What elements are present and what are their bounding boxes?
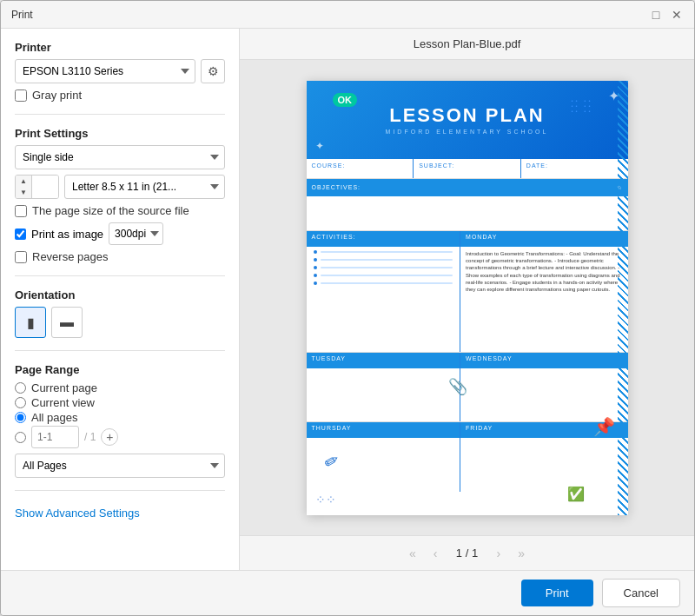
preview-area: OK LESSON PLAN MIDFORD ELEMENTARY SCHOOL… <box>240 60 694 535</box>
reverse-pages-row: Reverse pages <box>15 250 225 263</box>
portrait-icon: ▮ <box>27 315 35 331</box>
dialog-title: Print <box>11 9 33 21</box>
current-page-row: Current page <box>15 381 225 394</box>
objectives-label: OBJECTIVES: <box>312 184 361 190</box>
content-area: Printer EPSON L3110 Series ⚙ Gray print <box>1 29 694 570</box>
date-cell: DATE: <box>521 159 628 178</box>
dpi-select[interactable]: 300dpi <box>109 222 163 245</box>
printer-section: Printer EPSON L3110 Series ⚙ Gray print <box>15 41 225 102</box>
advanced-settings-link[interactable]: Show Advanced Settings <box>15 507 225 520</box>
print-settings-label: Print Settings <box>15 127 225 140</box>
title-bar: Print □ ✕ <box>1 1 694 29</box>
all-pages-row: All pages <box>15 411 225 424</box>
copies-up-button[interactable]: ▲ <box>16 176 31 187</box>
current-view-radio[interactable] <box>15 397 26 408</box>
print-as-image-checkbox[interactable] <box>15 229 26 240</box>
sides-select[interactable]: Single side <box>15 145 225 169</box>
print-settings-section: Print Settings Single side ▲ ▼ 1 Letter … <box>15 127 225 263</box>
clip-icon: 📎 <box>448 377 467 396</box>
custom-radio[interactable] <box>15 432 26 443</box>
custom-row: / 1 + <box>15 426 225 448</box>
subject-cell: SUBJECT: <box>414 159 521 178</box>
meta-row: COURSE: SUBJECT: DATE: <box>307 159 628 179</box>
activity-item-3 <box>314 266 453 269</box>
current-page-radio[interactable] <box>15 382 26 394</box>
printer-select[interactable]: EPSON L3110 Series <box>15 59 195 83</box>
subset-select[interactable]: All Pages <box>15 454 225 478</box>
custom-of-label: / 1 <box>84 431 96 443</box>
tuesday-col: TUESDAY <box>307 353 461 421</box>
orientation-buttons: ▮ ▬ <box>15 307 225 338</box>
prev-page-button[interactable]: ‹ <box>428 543 443 564</box>
objectives-content <box>307 196 628 231</box>
header-inner: LESSON PLAN MIDFORD ELEMENTARY SCHOOL <box>386 104 549 135</box>
minimize-button[interactable]: □ <box>649 8 663 22</box>
tuesday-header: TUESDAY <box>307 353 460 368</box>
page-range-label: Page Range <box>15 363 225 376</box>
gray-print-checkbox[interactable] <box>15 89 27 102</box>
copies-down-button[interactable]: ▼ <box>16 187 31 198</box>
activity-item-4 <box>314 274 453 277</box>
print-as-image-row: Print as image 300dpi <box>15 222 225 245</box>
custom-input[interactable] <box>31 426 79 448</box>
left-panel: Printer EPSON L3110 Series ⚙ Gray print <box>1 29 240 570</box>
landscape-button[interactable]: ▬ <box>51 307 83 338</box>
monday-header: MONDAY <box>460 231 627 247</box>
preview-document: OK LESSON PLAN MIDFORD ELEMENTARY SCHOOL… <box>307 81 628 515</box>
current-page-label: Current page <box>31 381 97 394</box>
preview-filename: Lesson Plan-Blue.pdf <box>414 37 521 50</box>
activity-item-2 <box>314 258 453 262</box>
stripe-decor <box>618 81 628 515</box>
current-view-label: Current view <box>31 396 95 409</box>
print-button[interactable]: Print <box>521 580 593 606</box>
page-range-section: Page Range Current page Current view All… <box>15 363 225 478</box>
copies-input[interactable]: 1 <box>32 176 58 198</box>
course-cell: COURSE: <box>307 159 414 178</box>
reverse-pages-label: Reverse pages <box>32 250 108 263</box>
cancel-button[interactable]: Cancel <box>602 579 680 607</box>
gray-print-label: Gray print <box>32 89 82 102</box>
activity-item-5 <box>314 282 453 285</box>
printer-section-label: Printer <box>15 41 225 54</box>
print-as-image-label: Print as image <box>31 228 103 241</box>
page-indicator: 1 / 1 <box>450 546 485 560</box>
paper-size-select[interactable]: Letter 8.5 x 11 in (21... <box>64 175 225 199</box>
close-button[interactable]: ✕ <box>670 8 684 22</box>
ok-badge: OK <box>333 93 358 107</box>
last-page-button[interactable]: » <box>513 543 530 564</box>
printer-settings-button[interactable]: ⚙ <box>201 59 225 83</box>
lesson-plan-title: LESSON PLAN <box>386 104 549 127</box>
wednesday-header: WEDNESDAY <box>460 353 627 368</box>
activities-header: ACTIVITIES: <box>307 231 460 247</box>
source-file-row: The page size of the source file <box>15 204 225 217</box>
lesson-plan-subtitle: MIDFORD ELEMENTARY SCHOOL <box>386 129 549 135</box>
wednesday-col: WEDNESDAY <box>460 353 627 421</box>
source-file-label: The page size of the source file <box>32 204 189 217</box>
right-panel: Lesson Plan-Blue.pdf OK LESSON PLAN MIDF… <box>240 29 694 570</box>
all-pages-radio[interactable] <box>15 412 26 423</box>
current-view-row: Current view <box>15 396 225 409</box>
printer-row: EPSON L3110 Series ⚙ <box>15 59 225 83</box>
next-page-button[interactable]: › <box>492 543 506 564</box>
gear-icon: ⚙ <box>208 64 219 78</box>
source-file-checkbox[interactable] <box>15 205 27 217</box>
portrait-button[interactable]: ▮ <box>15 307 46 338</box>
lesson-plan-header: OK LESSON PLAN MIDFORD ELEMENTARY SCHOOL… <box>307 81 628 159</box>
all-pages-label: All pages <box>31 411 77 424</box>
thu-fri-row: THURSDAY FRIDAY <box>307 422 628 492</box>
activity-item-1 <box>314 250 453 254</box>
reverse-pages-checkbox[interactable] <box>15 251 27 263</box>
copies-arrows: ▲ ▼ <box>16 176 32 198</box>
copies-input-wrap: ▲ ▼ 1 <box>15 175 59 199</box>
orientation-section: Orientation ▮ ▬ <box>15 288 225 338</box>
bottom-bar: Print Cancel <box>1 570 694 615</box>
copies-row: ▲ ▼ 1 Letter 8.5 x 11 in (21... <box>15 175 225 199</box>
gray-print-row: Gray print <box>15 89 225 102</box>
title-bar-controls: □ ✕ <box>649 8 684 22</box>
monday-text: Introduction to Geometric Transformation… <box>460 247 627 297</box>
custom-add-button[interactable]: + <box>101 428 118 446</box>
activities-section: ACTIVITIES: MONDAY Introduction <box>307 231 628 353</box>
activities-col: ACTIVITIES: <box>307 231 461 352</box>
check-icon: ✅ <box>567 486 585 502</box>
first-page-button[interactable]: « <box>404 543 421 564</box>
